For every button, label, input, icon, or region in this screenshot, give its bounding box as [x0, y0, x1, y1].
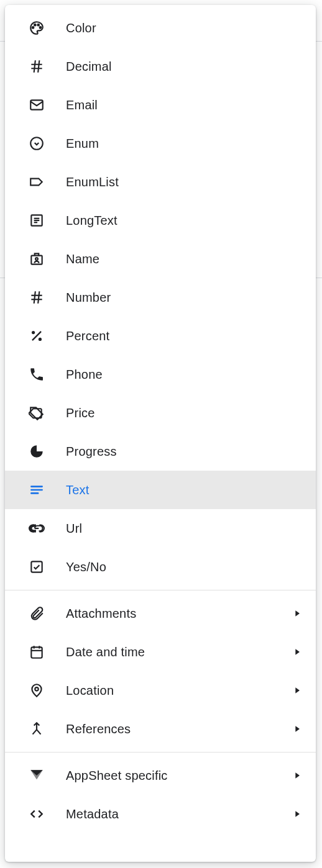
palette-icon — [29, 20, 45, 36]
svg-rect-27 — [31, 647, 42, 658]
type-option-enum[interactable]: Enum — [5, 124, 316, 163]
type-option-color[interactable]: Color — [5, 9, 316, 47]
type-option-phone[interactable]: Phone — [5, 355, 316, 394]
type-submenu-attachments[interactable]: Attachments — [5, 594, 316, 633]
calendar-icon — [29, 644, 45, 660]
type-option-label: Name — [66, 252, 302, 266]
type-group-submenus-2: AppSheet specific Metadata — [5, 752, 316, 837]
type-submenu-label: Location — [66, 684, 292, 698]
type-submenu-metadata[interactable]: Metadata — [5, 795, 316, 833]
type-option-decimal[interactable]: Decimal — [5, 47, 316, 86]
svg-point-3 — [40, 27, 42, 29]
svg-point-0 — [32, 27, 34, 29]
svg-line-7 — [38, 60, 39, 73]
type-option-name[interactable]: Name — [5, 240, 316, 278]
type-submenu-date-time[interactable]: Date and time — [5, 633, 316, 671]
type-picker-menu: Color Decimal — [5, 5, 316, 862]
type-submenu-label: Metadata — [66, 807, 292, 821]
type-option-url[interactable]: Url — [5, 509, 316, 548]
link-icon — [29, 520, 45, 536]
svg-line-19 — [38, 291, 39, 304]
type-option-longtext[interactable]: LongText — [5, 201, 316, 240]
type-option-label: Price — [66, 406, 302, 420]
type-option-email[interactable]: Email — [5, 86, 316, 124]
type-option-label: Email — [66, 98, 302, 112]
type-option-enumlist[interactable]: EnumList — [5, 163, 316, 201]
hash-icon — [29, 58, 45, 75]
type-option-progress[interactable]: Progress — [5, 432, 316, 471]
type-option-label: Percent — [66, 329, 302, 343]
type-option-label: Number — [66, 291, 302, 305]
type-submenu-label: References — [66, 722, 292, 736]
badge-icon — [29, 251, 45, 267]
type-option-yesno[interactable]: Yes/No — [5, 548, 316, 586]
type-option-percent[interactable]: Percent — [5, 317, 316, 355]
chevron-right-icon — [292, 724, 302, 734]
type-option-number[interactable]: Number — [5, 278, 316, 317]
type-option-label: Progress — [66, 445, 302, 459]
svg-point-21 — [32, 331, 35, 334]
tag-icon — [29, 405, 45, 421]
chevron-right-icon — [292, 809, 302, 819]
type-submenu-label: Date and time — [66, 645, 292, 659]
type-submenu-appsheet-specific[interactable]: AppSheet specific — [5, 756, 316, 795]
svg-point-1 — [34, 24, 36, 26]
svg-point-15 — [35, 258, 38, 260]
code-icon — [29, 806, 45, 822]
pie-icon — [29, 443, 45, 459]
type-option-label: Color — [66, 21, 302, 35]
svg-point-31 — [35, 687, 38, 690]
chevron-right-icon — [292, 647, 302, 657]
svg-point-22 — [39, 338, 42, 341]
svg-point-2 — [37, 24, 39, 26]
type-option-label: EnumList — [66, 175, 302, 189]
svg-line-6 — [34, 60, 35, 73]
type-option-label: Text — [66, 483, 302, 497]
type-group-submenus-1: Attachments Date and time — [5, 590, 316, 752]
paperclip-icon — [29, 605, 45, 622]
svg-point-9 — [30, 137, 43, 150]
text-lines-icon — [29, 482, 45, 498]
type-group-simple: Color Decimal — [5, 5, 316, 590]
phone-icon — [29, 366, 45, 382]
mail-icon — [29, 97, 45, 113]
label-icon — [29, 174, 45, 190]
type-option-label: Enum — [66, 137, 302, 151]
chevron-right-icon — [292, 608, 302, 618]
type-option-label: LongText — [66, 214, 302, 228]
type-option-label: Yes/No — [66, 560, 302, 574]
type-option-label: Url — [66, 522, 302, 536]
type-option-label: Phone — [66, 368, 302, 382]
percent-icon — [29, 328, 45, 344]
circle-chevron-icon — [29, 135, 45, 151]
type-submenu-references[interactable]: References — [5, 710, 316, 748]
chevron-right-icon — [292, 771, 302, 780]
svg-rect-26 — [31, 561, 42, 572]
merge-icon — [29, 721, 45, 737]
hash-icon — [29, 289, 45, 305]
type-option-label: Decimal — [66, 60, 302, 74]
chevron-right-icon — [292, 685, 302, 695]
type-option-price[interactable]: Price — [5, 394, 316, 432]
checkbox-icon — [29, 559, 45, 575]
type-submenu-label: Attachments — [66, 607, 292, 621]
appsheet-icon — [29, 767, 45, 784]
document-lines-icon — [29, 212, 45, 228]
type-option-text[interactable]: Text — [5, 471, 316, 509]
type-submenu-label: AppSheet specific — [66, 769, 292, 783]
location-pin-icon — [29, 682, 45, 698]
type-submenu-location[interactable]: Location — [5, 671, 316, 710]
svg-line-18 — [34, 291, 35, 304]
